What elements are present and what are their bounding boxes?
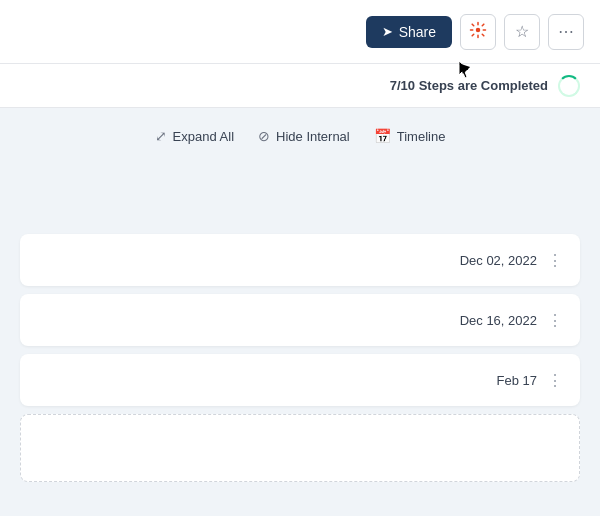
card-1: Dec 02, 2022 ⋮	[20, 234, 580, 286]
card-3-right: Feb 17 ⋮	[497, 371, 564, 390]
star-icon: ☆	[515, 22, 529, 41]
share-label: Share	[399, 24, 436, 40]
expand-icon: ⤢	[155, 128, 167, 144]
timeline-label: Timeline	[397, 129, 446, 144]
hide-icon: ⊘	[258, 128, 270, 144]
card-1-right: Dec 02, 2022 ⋮	[460, 251, 564, 270]
card-3-date: Feb 17	[497, 373, 537, 388]
card-2-right: Dec 16, 2022 ⋮	[460, 311, 564, 330]
content-area: Dec 02, 2022 ⋮ Dec 16, 2022 ⋮ Feb 17 ⋮	[0, 164, 600, 490]
steps-bar: 7/10 Steps are Completed	[0, 64, 600, 108]
steps-label: Steps are Completed	[419, 78, 548, 93]
header: ➤ Share ☆ ⋯	[0, 0, 600, 64]
steps-text: 7/10 Steps are Completed	[390, 78, 548, 93]
hubspot-icon	[469, 21, 487, 43]
timeline-button[interactable]: 📅 Timeline	[374, 128, 446, 144]
share-arrow-icon: ➤	[382, 24, 393, 39]
star-button[interactable]: ☆	[504, 14, 540, 50]
spacer	[20, 164, 580, 234]
more-button[interactable]: ⋯	[548, 14, 584, 50]
timeline-icon: 📅	[374, 128, 391, 144]
expand-all-label: Expand All	[173, 129, 234, 144]
card-3-menu[interactable]: ⋮	[547, 371, 564, 390]
hide-internal-button[interactable]: ⊘ Hide Internal	[258, 128, 350, 144]
card-1-date: Dec 02, 2022	[460, 253, 537, 268]
card-3: Feb 17 ⋮	[20, 354, 580, 406]
svg-point-0	[476, 27, 481, 32]
card-1-menu[interactable]: ⋮	[547, 251, 564, 270]
expand-all-button[interactable]: ⤢ Expand All	[155, 128, 234, 144]
share-button[interactable]: ➤ Share	[366, 16, 452, 48]
more-icon: ⋯	[558, 22, 574, 41]
card-2-date: Dec 16, 2022	[460, 313, 537, 328]
card-2-menu[interactable]: ⋮	[547, 311, 564, 330]
toolbar: ⤢ Expand All ⊘ Hide Internal 📅 Timeline	[0, 108, 600, 164]
hide-internal-label: Hide Internal	[276, 129, 350, 144]
card-2: Dec 16, 2022 ⋮	[20, 294, 580, 346]
progress-spinner	[558, 75, 580, 97]
hubspot-button[interactable]	[460, 14, 496, 50]
card-dashed[interactable]	[20, 414, 580, 482]
steps-fraction: 7/10	[390, 78, 415, 93]
